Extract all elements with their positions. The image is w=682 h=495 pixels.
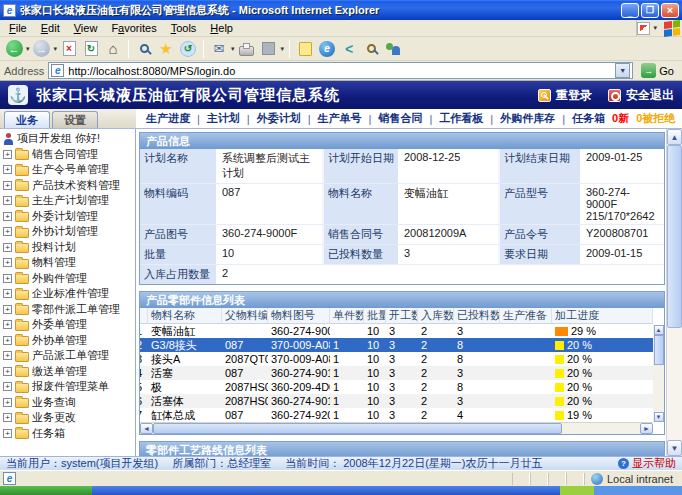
menu-help[interactable]: Help [203,21,240,35]
sidebar-item-9[interactable]: +企业标准件管理 [0,286,135,302]
sidebar-item-0[interactable]: +销售合同管理 [0,147,135,163]
expand-icon[interactable]: + [3,289,12,298]
expand-icon[interactable]: + [3,258,12,267]
scroll-thumb[interactable] [153,423,562,434]
main-vertical-scrollbar[interactable]: ▲ ▼ [666,129,682,456]
logout-button[interactable]: 安全退出 [608,87,674,104]
scroll-right-icon[interactable]: ► [640,423,653,434]
nav-item-6[interactable]: 外购件库存 [500,111,555,126]
sidebar-item-7[interactable]: +物料管理 [0,255,135,271]
messenger-icon[interactable]: < [339,39,359,59]
back-icon[interactable]: ← [4,39,24,59]
go-button[interactable]: → Go [637,63,678,78]
refresh-icon[interactable]: ↻ [81,39,101,59]
sidebar-item-18[interactable]: +任务箱 [0,426,135,442]
tab-设置[interactable]: 设置 [52,111,98,128]
expand-icon[interactable]: + [3,227,12,236]
nav-item-4[interactable]: 销售合同 [378,111,422,126]
scroll-down-icon[interactable]: ▼ [654,412,664,422]
column-header[interactable]: 生产准备 [500,308,552,324]
expand-icon[interactable]: + [3,320,12,329]
menu-favorites[interactable]: Favorites [104,21,163,35]
sidebar-item-16[interactable]: +业务查询 [0,395,135,411]
column-header[interactable]: 物料图号 [268,308,330,324]
scroll-up-icon[interactable]: ▲ [654,325,664,335]
nav-item-1[interactable]: 主计划 [207,111,240,126]
history-icon[interactable]: ↺ [178,39,198,59]
taskbar-tasks[interactable] [92,486,560,495]
nav-item-7[interactable]: 任务箱 [572,111,605,126]
table-row[interactable]: 5极2087HS002360-209-4D01011032820 % [140,380,653,394]
scroll-down-icon[interactable]: ▼ [667,440,682,456]
contacts-icon[interactable] [383,39,403,59]
addon-dropdown-icon[interactable]: ▾ [653,24,657,32]
expand-icon[interactable]: + [3,165,12,174]
sidebar-item-13[interactable]: +产品派工单管理 [0,348,135,364]
expand-icon[interactable]: + [3,150,12,159]
sidebar-item-4[interactable]: +外委计划管理 [0,209,135,225]
menu-view[interactable]: View [67,21,105,35]
close-button[interactable]: × [661,3,679,18]
expand-icon[interactable]: + [3,305,12,314]
favorites-icon[interactable]: ★ [156,39,176,59]
parts-vertical-scrollbar[interactable]: ▲ ▼ [653,325,664,422]
table-row[interactable]: 3接头A2087QT002370-009-A085011032820 % [140,352,653,366]
sidebar-item-17[interactable]: +业务更改 [0,410,135,426]
table-row[interactable]: 7缸体总成087360-274-9200F11032419 % [140,408,653,422]
research-icon[interactable] [361,39,381,59]
address-input[interactable]: e http://localhost:8080/MPS/login.do ▼ [48,62,633,79]
maximize-button[interactable]: ❐ [641,3,659,18]
taskbar-tray[interactable] [594,486,682,495]
column-header[interactable] [140,308,148,324]
sidebar-item-12[interactable]: +外协单管理 [0,333,135,349]
expand-icon[interactable]: + [3,243,12,252]
column-header[interactable]: 单件数量 [330,308,364,324]
menu-file[interactable]: File [2,21,34,35]
scroll-left-icon[interactable]: ◄ [140,423,153,434]
forward-dropdown-icon[interactable]: ▾ [54,45,58,53]
menu-edit[interactable]: Edit [34,21,67,35]
stop-icon[interactable]: × [59,39,79,59]
home-icon[interactable]: ⌂ [103,39,123,59]
minimize-button[interactable]: _ [621,3,639,18]
column-header[interactable]: 已投料数 [454,308,500,324]
sidebar-item-2[interactable]: +产品技术资料管理 [0,178,135,194]
expand-icon[interactable]: + [3,429,12,438]
forward-icon[interactable]: → [32,39,52,59]
expand-icon[interactable]: + [3,274,12,283]
edit-dropdown-icon[interactable]: ▾ [281,45,285,53]
parts-horizontal-scrollbar[interactable]: ◄ ► [140,422,653,434]
windows-taskbar[interactable] [0,486,682,495]
edit-icon[interactable] [259,39,279,59]
addon-icon[interactable] [637,22,650,35]
print-icon[interactable] [237,39,257,59]
address-dropdown-icon[interactable]: ▼ [615,63,630,78]
nav-item-5[interactable]: 工作看板 [439,111,483,126]
column-header[interactable]: 开工数 [386,308,418,324]
expand-icon[interactable]: + [3,351,12,360]
menu-tools[interactable]: Tools [164,21,204,35]
nav-item-2[interactable]: 外委计划 [257,111,301,126]
sidebar-item-15[interactable]: +报废件管理菜单 [0,379,135,395]
back-dropdown-icon[interactable]: ▾ [26,45,30,53]
scroll-thumb[interactable] [667,145,682,328]
expand-icon[interactable]: + [3,196,12,205]
sidebar-item-10[interactable]: +零部件派工单管理 [0,302,135,318]
column-header[interactable]: 入库数 [418,308,454,324]
column-header[interactable]: 批量 [364,308,386,324]
sidebar-item-3[interactable]: +主生产计划管理 [0,193,135,209]
sidebar-item-14[interactable]: +缴送单管理 [0,364,135,380]
nav-item-3[interactable]: 生产单号 [318,111,362,126]
table-row[interactable]: 2G3/8接头087370-009-A084011032820 % [140,338,653,352]
column-header[interactable]: 父物料编码 [222,308,268,324]
tab-业务[interactable]: 业务 [4,111,50,128]
scroll-up-icon[interactable]: ▲ [667,129,682,145]
expand-icon[interactable]: + [3,413,12,422]
table-row[interactable]: 6活塞体2087HS002360-274-9011W11032320 % [140,394,653,408]
expand-icon[interactable]: + [3,212,12,221]
scroll-thumb[interactable] [654,335,664,365]
sidebar-item-5[interactable]: +外协计划管理 [0,224,135,240]
taskbar-segment[interactable] [560,486,594,495]
expand-icon[interactable]: + [3,382,12,391]
sidebar-item-1[interactable]: +生产令号单管理 [0,162,135,178]
